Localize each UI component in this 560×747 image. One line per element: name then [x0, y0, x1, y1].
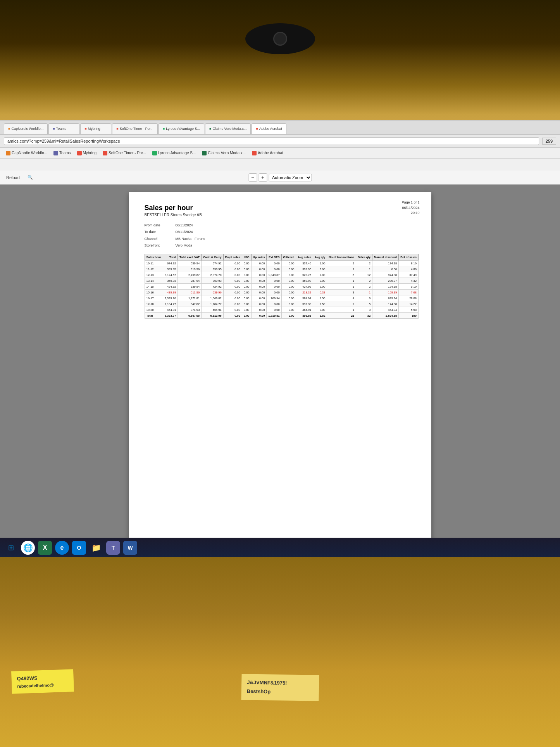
- col-sales-qty: Sales qty: [356, 254, 372, 261]
- bookmark-capnordic[interactable]: CapNordic Workflo...: [4, 150, 49, 156]
- bookmark-teams[interactable]: Teams: [52, 150, 72, 156]
- table-cell: -213.32: [296, 290, 313, 295]
- table-cell: 5.10: [399, 284, 419, 290]
- col-manual-discount: Manual discount: [372, 254, 399, 261]
- pdf-area: Page 1 of 1 06/11/2024 20:10 Sales per h…: [0, 185, 560, 557]
- taskbar-word-icon[interactable]: W: [123, 541, 137, 555]
- table-cell: 2.50: [313, 301, 327, 307]
- table-cell: 2: [356, 278, 372, 284]
- col-empl-sales: Empl sales: [223, 254, 242, 261]
- table-cell: 2: [327, 301, 356, 307]
- table-cell: -7.68: [399, 290, 419, 295]
- address-bar[interactable]: amics.com/?cmp=259&mi=RetailSalesReporti…: [4, 137, 539, 145]
- reload-button[interactable]: Reload: [4, 174, 22, 181]
- bookmark-mybring[interactable]: Mybring: [75, 150, 99, 156]
- pdf-time-generated: 20:10: [401, 210, 419, 216]
- table-cell: 0.00: [372, 266, 399, 272]
- tab-mybring[interactable]: ■ Mybring: [80, 123, 111, 134]
- taskbar-edge-icon[interactable]: e: [55, 541, 69, 555]
- table-cell: 464.94: [372, 307, 399, 313]
- tab-adobe[interactable]: ■ Adobe Acrobat: [252, 123, 286, 134]
- tab-teams[interactable]: ■ Teams: [48, 123, 79, 134]
- table-total-cell: 0.00: [251, 313, 267, 319]
- table-total-cell: 6,513.96: [202, 313, 224, 319]
- search-button[interactable]: 🔍: [25, 174, 35, 181]
- table-cell: 16-17: [145, 295, 163, 301]
- pdf-date-generated: 06/11/2024: [401, 205, 419, 211]
- pdf-page: Page 1 of 1 06/11/2024 20:10 Sales per h…: [129, 192, 431, 549]
- table-cell: 2,499.67: [178, 272, 202, 278]
- zoom-plus-button[interactable]: +: [258, 173, 267, 182]
- taskbar-files-icon[interactable]: 📁: [89, 541, 103, 555]
- col-no-transactions: No of transactions: [327, 254, 356, 261]
- table-cell: 4.80: [399, 266, 419, 272]
- table-row: 13-14359.93287.94359.930.000.000.000.000…: [145, 278, 418, 284]
- table-cell: 0.00: [281, 290, 296, 295]
- table-total-row: Total8,333.776,667.056,513.960.000.000.0…: [145, 313, 418, 319]
- table-cell: 2.00: [313, 278, 327, 284]
- taskbar-chrome-icon[interactable]: 🌐: [21, 541, 35, 555]
- bookmark-softone[interactable]: SoftOne Timer - Por...: [101, 150, 148, 156]
- table-cell: 0.00: [267, 266, 281, 272]
- from-date-value: 06/11/2024: [176, 223, 416, 228]
- zoom-select[interactable]: Automatic Zoom 50% 75% 100% 125% 150% 20…: [269, 174, 312, 181]
- table-cell: 0.00: [251, 266, 267, 272]
- table-total-cell: 396.85: [296, 313, 313, 319]
- report-subtitle: BESTSELLER Stores Sverige AB: [145, 213, 416, 217]
- table-cell: 0.00: [251, 278, 267, 284]
- table-total-cell: 0.00: [281, 313, 296, 319]
- table-row: 16-172,339.761,871.811,569.820.000.000.0…: [145, 295, 418, 301]
- table-cell: 1: [356, 266, 372, 272]
- table-total-cell: 8,333.77: [163, 313, 177, 319]
- table-cell: 0.00: [242, 284, 251, 290]
- sales-table: Sales hour Total Total excl. VAT Cash & …: [145, 254, 419, 319]
- bookmark-claims[interactable]: Claims Vero Moda.x...: [200, 150, 248, 156]
- col-ext-sfs: Ext SFS: [267, 254, 281, 261]
- desk-area: Q492WS rebecadelhelmo@ J&JVMNF&1975! Bes…: [0, 557, 560, 747]
- col-sales-hour: Sales hour: [145, 254, 163, 261]
- table-row: 19-20464.91371.93464.910.000.000.000.000…: [145, 307, 418, 313]
- taskbar-windows-icon[interactable]: ⊞: [4, 541, 18, 555]
- table-cell: 0.00: [223, 261, 242, 266]
- taskbar-outlook-icon[interactable]: O: [72, 541, 86, 555]
- table-cell: 0.00: [242, 266, 251, 272]
- table-cell: 17-18: [145, 301, 163, 307]
- bookmark-icon-teams: [53, 151, 58, 155]
- zoom-minus-button[interactable]: −: [248, 173, 257, 182]
- table-cell: 0.00: [223, 272, 242, 278]
- table-cell: 2.00: [313, 284, 327, 290]
- table-cell: 371.93: [178, 307, 202, 313]
- tab-capnordic[interactable]: ■ CapNordic Workflo...: [4, 123, 48, 134]
- table-header-row: Sales hour Total Total excl. VAT Cash & …: [145, 254, 418, 261]
- table-cell: 0.00: [267, 284, 281, 290]
- table-cell: 5.58: [399, 307, 419, 313]
- tab-lyreco[interactable]: ■ Lyreco Advantage S...: [159, 123, 204, 134]
- table-cell: 239.97: [372, 278, 399, 284]
- table-cell: -0.33: [313, 290, 327, 295]
- address-bar-row: amics.com/?cmp=259&mi=RetailSalesReporti…: [0, 135, 560, 148]
- table-cell: 464.91: [296, 307, 313, 313]
- table-row: 17-181,184.77947.821,184.770.000.000.000…: [145, 301, 418, 307]
- table-total-cell: 6,667.05: [178, 313, 202, 319]
- table-cell: 0.00: [223, 295, 242, 301]
- table-cell: 4.32: [399, 278, 419, 284]
- table-cell: 0.00: [242, 278, 251, 284]
- table-cell: 1: [327, 278, 356, 284]
- bookmark-adobe[interactable]: Adobe Acrobat: [250, 150, 285, 156]
- page-badge: 259: [542, 138, 556, 145]
- table-cell: 539.94: [178, 261, 202, 266]
- taskbar-teams-icon[interactable]: T: [106, 541, 120, 555]
- table-cell: 337.46: [296, 261, 313, 266]
- table-cell: 464.91: [202, 307, 224, 313]
- table-cell: -511.96: [178, 290, 202, 295]
- table-cell: 1: [327, 266, 356, 272]
- taskbar-excel-icon[interactable]: X: [38, 541, 52, 555]
- note-center-line2: BestshOp: [246, 687, 313, 697]
- bookmark-lyreco[interactable]: Lyreco Advantage S...: [150, 150, 198, 156]
- tab-softone[interactable]: ■ SoftOne Timer - Por...: [112, 123, 157, 134]
- table-cell: 674.92: [163, 261, 177, 266]
- table-cell: 0.00: [251, 295, 267, 301]
- tab-claims[interactable]: ■ Claims Vero Moda.x...: [205, 123, 251, 134]
- channel-label: Channel: [145, 236, 176, 242]
- table-cell: 0.00: [281, 266, 296, 272]
